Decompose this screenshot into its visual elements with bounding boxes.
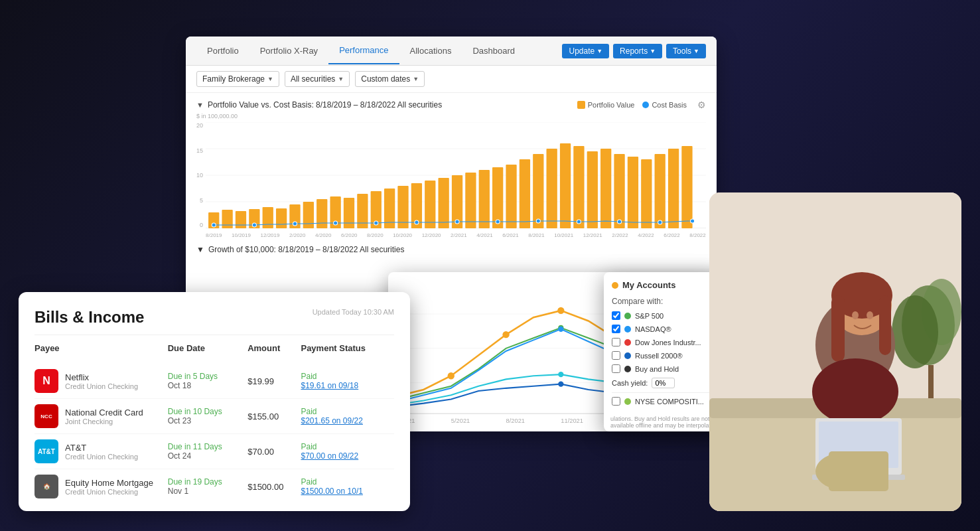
bar-chart: 8/201910/201912/20192/20204/20206/20208/…	[206, 122, 706, 240]
svg-point-53	[691, 219, 695, 223]
tab-portfolio[interactable]: Portfolio	[196, 38, 249, 64]
svg-point-45	[374, 221, 378, 225]
svg-point-41	[212, 223, 216, 227]
tab-allocations[interactable]: Allocations	[399, 38, 462, 64]
svg-rect-38	[655, 154, 665, 228]
securities-dropdown[interactable]: All securities ▼	[285, 71, 350, 87]
chart1-title: ▼ Portfolio Value vs. Cost Basis: 8/18/2…	[196, 100, 442, 110]
svg-rect-7	[236, 211, 246, 228]
logo-netflix: N	[35, 369, 58, 393]
payee-ncc: NCC National Credit Card Joint Checking	[35, 404, 168, 428]
svg-point-66	[558, 327, 563, 332]
logo-att: AT&T	[35, 439, 58, 463]
bill-row-equity: 🏠 Equity Home Mortgage Credit Union Chec…	[35, 469, 394, 504]
buyhold-checkbox[interactable]	[612, 364, 620, 373]
nasdaq-color	[624, 326, 631, 333]
account-caret-icon: ▼	[267, 76, 273, 82]
person-image	[709, 192, 961, 511]
account-dropdown[interactable]: Family Brokerage ▼	[196, 71, 279, 87]
svg-rect-26	[492, 167, 503, 228]
payment-equity: Paid $1500.00 on 10/1	[301, 477, 394, 496]
amount-netflix: $19.99	[247, 376, 301, 386]
svg-rect-96	[829, 451, 888, 491]
chart1-header: ▼ Portfolio Value vs. Cost Basis: 8/18/2…	[196, 100, 706, 110]
update-caret-icon: ▼	[596, 48, 602, 54]
svg-rect-22	[439, 178, 449, 228]
nyse-checkbox[interactable]	[612, 397, 620, 406]
reports-button[interactable]: Reports ▼	[613, 44, 662, 58]
bills-title: Bills & Income	[35, 308, 144, 327]
bill-row-netflix: N Netflix Credit Union Checking Due in 5…	[35, 364, 394, 399]
svg-rect-24	[465, 173, 476, 228]
svg-point-46	[415, 220, 419, 224]
bills-panel: Bills & Income Updated Today 10:30 AM Pa…	[19, 292, 410, 511]
reports-caret-icon: ▼	[650, 48, 656, 54]
svg-rect-35	[614, 154, 624, 228]
svg-rect-30	[547, 149, 557, 228]
svg-rect-29	[533, 154, 543, 228]
svg-rect-27	[506, 165, 516, 228]
update-button[interactable]: Update ▼	[562, 44, 609, 58]
nav-buttons: Update ▼ Reports ▼ Tools ▼	[562, 44, 706, 58]
payment-ncc: Paid $201.65 on 09/22	[301, 407, 394, 425]
svg-point-60	[502, 331, 509, 338]
svg-rect-36	[628, 157, 638, 228]
svg-rect-10	[276, 208, 287, 228]
svg-point-49	[536, 219, 540, 223]
russell-checkbox[interactable]	[612, 351, 620, 360]
nasdaq-checkbox[interactable]	[612, 325, 620, 333]
date-caret-icon: ▼	[413, 76, 419, 82]
chart2-collapse-icon[interactable]: ▼	[196, 245, 204, 254]
payment-att: Paid $70.00 on 09/22	[301, 442, 394, 461]
svg-point-44	[334, 221, 338, 225]
tab-portfolio-xray[interactable]: Portfolio X-Ray	[249, 38, 328, 64]
bills-divider	[35, 335, 394, 335]
svg-point-50	[577, 220, 581, 224]
securities-caret-icon: ▼	[338, 76, 344, 82]
svg-point-68	[558, 372, 563, 377]
svg-point-59	[448, 372, 455, 379]
amount-equity: $1500.00	[247, 482, 301, 492]
svg-point-52	[658, 220, 662, 224]
svg-rect-33	[587, 151, 598, 228]
portfolio-value-color	[577, 101, 585, 109]
svg-point-43	[293, 222, 297, 226]
due-date-netflix: Due in 5 Days Oct 18	[168, 372, 247, 390]
bills-header: Bills & Income Updated Today 10:30 AM	[35, 308, 394, 327]
tab-dashboard[interactable]: Dashboard	[462, 38, 525, 64]
bills-updated: Updated Today 10:30 AM	[313, 308, 394, 316]
y-axis-label: $ in 100,000.00	[196, 113, 706, 119]
svg-point-42	[252, 223, 256, 227]
bills-columns: Payee Due Date Amount Payment Status	[35, 343, 394, 358]
amount-ncc: $155.00	[247, 412, 301, 421]
perf-toolbar: Family Brokerage ▼ All securities ▼ Cust…	[186, 66, 717, 93]
svg-rect-34	[600, 149, 611, 228]
collapse-icon[interactable]: ▼	[196, 101, 204, 109]
dowjones-checkbox[interactable]	[612, 338, 620, 346]
svg-rect-31	[560, 143, 571, 228]
date-dropdown[interactable]: Custom dates ▼	[355, 71, 425, 87]
tools-button[interactable]: Tools ▼	[666, 44, 706, 58]
logo-equity: 🏠	[35, 475, 58, 498]
svg-point-51	[618, 220, 622, 224]
cash-yield-input[interactable]	[652, 378, 675, 388]
y-axis: 20 15 10 5 0	[196, 122, 206, 228]
svg-rect-89	[831, 295, 845, 362]
legend-portfolio-value: Portfolio Value	[577, 101, 635, 109]
svg-rect-15	[344, 198, 354, 228]
chart1-gear-icon[interactable]: ⚙	[697, 100, 706, 110]
due-date-ncc: Due in 10 Days Oct 23	[168, 407, 247, 425]
svg-rect-21	[425, 181, 435, 228]
svg-point-97	[852, 311, 859, 319]
bill-row-ncc: NCC National Credit Card Joint Checking …	[35, 399, 394, 434]
payee-info-equity: Equity Home Mortgage Credit Union Checki…	[65, 478, 153, 496]
svg-point-47	[455, 220, 459, 224]
svg-rect-37	[641, 159, 652, 228]
payee-att: AT&T AT&T Credit Union Checking	[35, 439, 168, 463]
sp500-color	[624, 313, 631, 319]
bar-chart-wrapper: 20 15 10 5 0	[196, 122, 706, 240]
sp500-checkbox[interactable]	[612, 311, 620, 320]
svg-point-61	[557, 307, 564, 314]
tab-performance[interactable]: Performance	[328, 37, 399, 64]
person-scene-svg	[709, 192, 961, 511]
